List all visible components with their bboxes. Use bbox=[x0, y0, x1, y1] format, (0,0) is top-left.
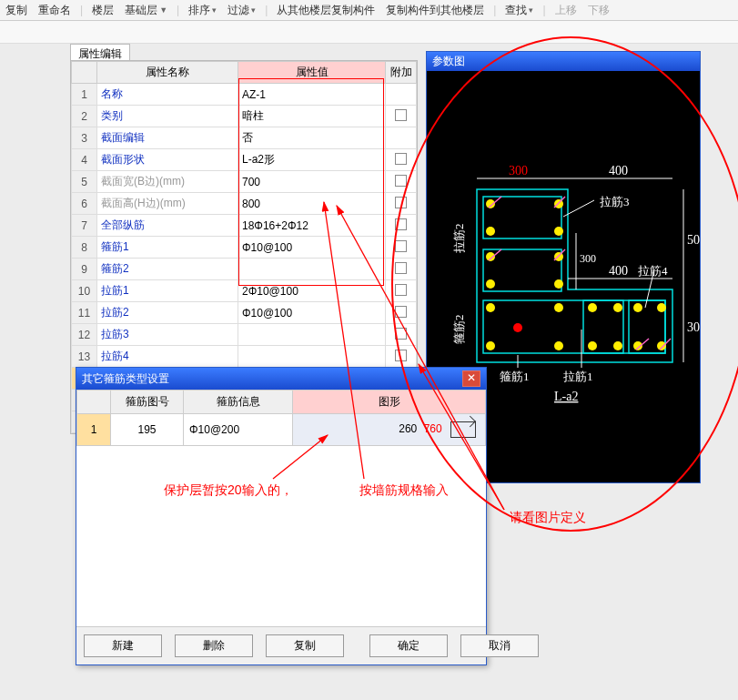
delete-button[interactable]: 删除 bbox=[175, 634, 253, 657]
chevron-down-icon: ▾ bbox=[212, 5, 217, 15]
checkbox-icon[interactable] bbox=[395, 284, 407, 296]
property-row[interactable]: 6截面高(H边)(mm)800 bbox=[72, 193, 417, 215]
chevron-down-icon: ▾ bbox=[251, 5, 256, 15]
property-row[interactable]: 13拉筋4 bbox=[72, 346, 417, 368]
close-icon[interactable]: ✕ bbox=[462, 370, 480, 387]
property-row[interactable]: 7全部纵筋18Φ16+2Φ12 bbox=[72, 215, 417, 237]
checkbox-icon[interactable] bbox=[395, 153, 407, 165]
cancel-button[interactable]: 取消 bbox=[460, 634, 539, 657]
prop-value[interactable]: 2Φ10@100 bbox=[238, 280, 386, 302]
svg-point-21 bbox=[588, 341, 597, 350]
tb-filter[interactable]: 过滤 ▾ bbox=[226, 3, 258, 18]
prop-value[interactable]: Φ10@100 bbox=[238, 237, 386, 259]
property-row[interactable]: 12拉筋3 bbox=[72, 324, 417, 346]
property-row[interactable]: 3截面编辑否 bbox=[72, 127, 417, 149]
property-row[interactable]: 1名称AZ-1 bbox=[72, 84, 417, 106]
prop-value[interactable]: Φ10@100 bbox=[238, 302, 386, 324]
col-stirrup-shape: 图形 bbox=[293, 391, 486, 414]
ok-button[interactable]: 确定 bbox=[369, 634, 448, 657]
checkbox-icon[interactable] bbox=[395, 350, 407, 361]
property-row[interactable]: 10拉筋12Φ10@100 bbox=[72, 280, 417, 302]
property-row[interactable]: 5截面宽(B边)(mm)700 bbox=[72, 171, 417, 193]
property-row[interactable]: 2类别暗柱 bbox=[72, 106, 417, 127]
tb-find[interactable]: 查找 ▾ bbox=[503, 3, 535, 18]
svg-point-15 bbox=[588, 303, 597, 312]
prop-value[interactable]: 800 bbox=[238, 193, 386, 215]
checkbox-icon[interactable] bbox=[395, 109, 407, 121]
prop-value[interactable] bbox=[238, 346, 386, 368]
property-row[interactable]: 11拉筋2Φ10@100 bbox=[72, 302, 417, 324]
prop-value[interactable] bbox=[238, 324, 386, 346]
prop-extra[interactable] bbox=[386, 280, 417, 302]
secondary-toolbar bbox=[0, 21, 738, 44]
prop-value[interactable] bbox=[238, 259, 386, 280]
prop-extra[interactable] bbox=[386, 259, 417, 280]
checkbox-icon[interactable] bbox=[395, 175, 407, 187]
checkbox-icon[interactable] bbox=[395, 197, 407, 208]
svg-text:拉筋2: 拉筋2 bbox=[452, 224, 466, 254]
copy-button[interactable]: 复制 bbox=[266, 634, 344, 657]
prop-extra[interactable] bbox=[386, 193, 417, 215]
svg-point-11 bbox=[486, 279, 495, 289]
svg-text:300: 300 bbox=[687, 320, 700, 334]
tb-sort[interactable]: 排序 ▾ bbox=[187, 3, 218, 18]
prop-extra[interactable] bbox=[386, 324, 417, 346]
new-button[interactable]: 新建 bbox=[84, 634, 162, 657]
prop-name: 箍筋2 bbox=[97, 259, 238, 280]
checkbox-icon[interactable] bbox=[395, 218, 407, 230]
svg-point-14 bbox=[554, 303, 563, 312]
svg-point-17 bbox=[633, 303, 642, 312]
prop-value[interactable]: 700 bbox=[238, 171, 386, 193]
checkbox-icon[interactable] bbox=[395, 262, 407, 274]
stirrup-grid[interactable]: 箍筋图号 箍筋信息 图形 1 195 Φ10@200 260 760 bbox=[76, 390, 486, 446]
prop-value[interactable]: 暗柱 bbox=[238, 106, 386, 127]
col-stirrup-info: 箍筋信息 bbox=[184, 391, 293, 414]
checkbox-icon[interactable] bbox=[395, 328, 407, 340]
property-row[interactable]: 9箍筋2 bbox=[72, 259, 417, 280]
row-number: 8 bbox=[72, 237, 97, 259]
prop-extra[interactable] bbox=[386, 84, 417, 106]
prop-extra[interactable] bbox=[386, 215, 417, 237]
property-row[interactable]: 4截面形状L-a2形 bbox=[72, 149, 417, 171]
prop-extra[interactable] bbox=[386, 346, 417, 368]
col-stirrup-code: 箍筋图号 bbox=[111, 391, 184, 414]
prop-name: 截面宽(B边)(mm) bbox=[97, 171, 238, 193]
prop-value[interactable]: 18Φ16+2Φ12 bbox=[238, 215, 386, 237]
tb-rename[interactable]: 重命名 bbox=[36, 3, 73, 18]
prop-value[interactable]: 否 bbox=[238, 127, 386, 149]
svg-point-18 bbox=[657, 303, 666, 312]
prop-extra[interactable] bbox=[386, 237, 417, 259]
row-number: 10 bbox=[72, 280, 97, 302]
tb-basefloor-select[interactable]: 基础层 ▼ bbox=[123, 3, 169, 18]
checkbox-icon[interactable] bbox=[395, 306, 407, 318]
chevron-down-icon: ▾ bbox=[529, 5, 533, 15]
svg-point-12 bbox=[554, 279, 563, 289]
prop-name: 拉筋3 bbox=[97, 324, 238, 346]
cell-shape[interactable]: 260 760 bbox=[293, 414, 486, 446]
row-number: 1 bbox=[72, 84, 97, 106]
property-row[interactable]: 8箍筋1Φ10@100 bbox=[72, 237, 417, 259]
tb-copy-to-other[interactable]: 复制构件到其他楼层 bbox=[384, 3, 486, 18]
tb-copy-from-other[interactable]: 从其他楼层复制构件 bbox=[275, 3, 377, 18]
prop-extra[interactable] bbox=[386, 106, 417, 127]
prop-extra[interactable] bbox=[386, 302, 417, 324]
prop-extra[interactable] bbox=[386, 127, 417, 149]
row-number: 7 bbox=[72, 215, 97, 237]
checkbox-icon[interactable] bbox=[395, 240, 407, 252]
tb-copy[interactable]: 复制 bbox=[4, 3, 29, 18]
col-value: 属性值 bbox=[238, 62, 386, 84]
prop-extra[interactable] bbox=[386, 171, 417, 193]
svg-text:300: 300 bbox=[580, 252, 596, 265]
stirrup-row[interactable]: 1 195 Φ10@200 260 760 bbox=[77, 414, 486, 446]
row-number: 13 bbox=[72, 346, 97, 368]
prop-extra[interactable] bbox=[386, 149, 417, 171]
cell-code[interactable]: 195 bbox=[111, 414, 184, 446]
cell-info[interactable]: Φ10@200 bbox=[184, 414, 293, 446]
dialog-title-bar[interactable]: 其它箍筋类型设置 ✕ bbox=[76, 368, 486, 390]
prop-name: 全部纵筋 bbox=[97, 215, 238, 237]
prop-value[interactable]: AZ-1 bbox=[238, 84, 386, 106]
tb-move-up: 上移 bbox=[553, 3, 579, 18]
prop-name: 类别 bbox=[97, 106, 238, 127]
prop-name: 拉筋4 bbox=[97, 346, 238, 368]
prop-value[interactable]: L-a2形 bbox=[238, 149, 386, 171]
